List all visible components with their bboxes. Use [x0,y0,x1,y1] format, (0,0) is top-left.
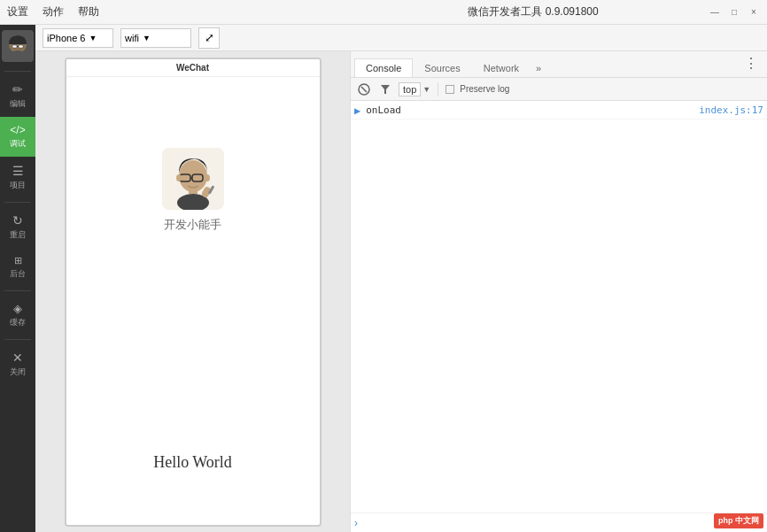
sidebar-item-restart[interactable]: ↻ 重启 [0,206,35,248]
phone-username: 开发小能手 [164,217,221,233]
console-prompt-arrow: ▶ [354,104,360,117]
svg-marker-18 [381,85,390,94]
console-text-onload: onLoad [366,104,699,116]
avatar[interactable] [2,30,34,62]
phone-avatar-container: 开发小能手 [162,148,224,233]
rotate-button[interactable]: ⤢ [198,27,220,49]
svg-rect-2 [19,45,23,48]
svg-point-13 [205,174,210,181]
sidebar-divider-middle [4,202,31,203]
backend-icon: ⊞ [14,255,22,266]
devtools-tabs: Console Sources Network » ⋮ [351,51,767,78]
devtools-toolbar: top ▼ Preserve log [351,78,767,101]
phone-status-bar: WeChat [66,59,320,77]
phone-frame: WeChat [65,58,322,527]
restart-icon: ↻ [12,213,23,227]
window-title: 微信开发者工具 0.9.091800 [358,4,709,19]
sidebar-item-backend[interactable]: ⊞ 后台 [0,248,35,287]
sidebar-divider-bottom [4,339,31,340]
svg-point-4 [11,50,25,59]
sidebar: ✏ 编辑 </> 调试 ☰ 项目 ↻ 重启 ⊞ 后台 [0,25,35,532]
device-label: iPhone 6 [47,33,85,43]
close-button[interactable]: × [748,6,760,19]
menu-settings[interactable]: 设置 [7,4,28,19]
minimize-button[interactable]: — [709,6,721,19]
console-file-link[interactable]: index.js:17 [699,104,763,116]
device-dropdown-icon: ▼ [89,34,97,42]
phone-hello-text: Hello World [153,453,232,472]
main-layout: ✏ 编辑 </> 调试 ☰ 项目 ↻ 重启 ⊞ 后台 [0,25,767,532]
console-row: ▶ onLoad index.js:17 [351,103,767,120]
cache-icon: ◈ [13,302,22,315]
sidebar-label-project: 项目 [10,180,26,191]
network-label: wifi [125,33,139,43]
devtools-panel: Console Sources Network » ⋮ [350,51,767,532]
devtools-input[interactable] [361,517,763,528]
devtools-input-prompt: › [354,517,358,529]
filter-button[interactable] [377,81,393,97]
network-dropdown-icon: ▼ [143,34,151,42]
restore-button[interactable]: □ [728,6,740,19]
tab-network[interactable]: Network [472,58,531,77]
project-icon: ☰ [12,164,24,178]
clear-console-button[interactable] [356,81,372,97]
sidebar-item-debug[interactable]: </> 调试 [0,117,35,157]
phone-area: WeChat [35,51,350,532]
editor-icon: ✏ [12,82,23,96]
php-logo: php 中文网 [714,513,763,528]
close-icon: ✕ [12,351,23,365]
phone-app-name: WeChat [176,63,209,73]
device-selector[interactable]: iPhone 6 ▼ [43,28,113,48]
svg-point-12 [176,174,182,181]
sidebar-divider-lower [4,290,31,291]
devtools-input-row: › [351,513,767,532]
menu-items: 设置 动作 帮助 [7,4,358,19]
devtools-content: ▶ onLoad index.js:17 [351,101,767,513]
preserve-log-checkbox[interactable] [445,85,454,94]
phone-user-avatar [162,148,224,210]
devtools-options-btn[interactable]: ⋮ [739,51,763,77]
center-area: iPhone 6 ▼ wifi ▼ ⤢ WeC [35,25,767,532]
tab-sources[interactable]: Sources [413,58,471,77]
menu-bar: 设置 动作 帮助 微信开发者工具 0.9.091800 — □ × [0,0,767,25]
sidebar-divider-top [4,71,31,72]
content-split: WeChat [35,51,767,532]
phone-body: 开发小能手 Hello World [66,77,320,525]
sidebar-label-editor: 编辑 [10,98,26,110]
sidebar-label-backend: 后台 [10,268,26,280]
sidebar-item-close[interactable]: ✕ 关闭 [0,343,35,385]
svg-line-17 [361,87,367,92]
svg-rect-1 [12,45,17,48]
preserve-log-label: Preserve log [460,84,509,94]
sidebar-label-debug: 调试 [10,138,26,150]
sidebar-item-project[interactable]: ☰ 项目 [0,157,35,198]
sidebar-label-restart: 重启 [10,229,26,241]
devtools-more-tabs[interactable]: » [531,59,546,77]
debug-icon: </> [10,124,25,136]
top-label: top [399,82,421,96]
sidebar-item-cache[interactable]: ◈ 缓存 [0,295,35,335]
menu-help[interactable]: 帮助 [78,4,99,19]
sidebar-label-cache: 缓存 [10,317,26,328]
top-dropdown-icon: ▼ [422,85,430,94]
sidebar-label-close: 关闭 [10,366,26,378]
menu-actions[interactable]: 动作 [43,4,64,19]
window-controls: — □ × [709,6,760,19]
sidebar-item-editor[interactable]: ✏ 编辑 [0,75,35,117]
rotate-icon: ⤢ [205,31,214,44]
tab-console[interactable]: Console [354,58,413,77]
network-selector[interactable]: wifi ▼ [120,28,191,48]
toolbar-separator [438,82,438,96]
top-selector-container: top ▼ [399,82,430,96]
device-toolbar: iPhone 6 ▼ wifi ▼ ⤢ [35,25,767,51]
